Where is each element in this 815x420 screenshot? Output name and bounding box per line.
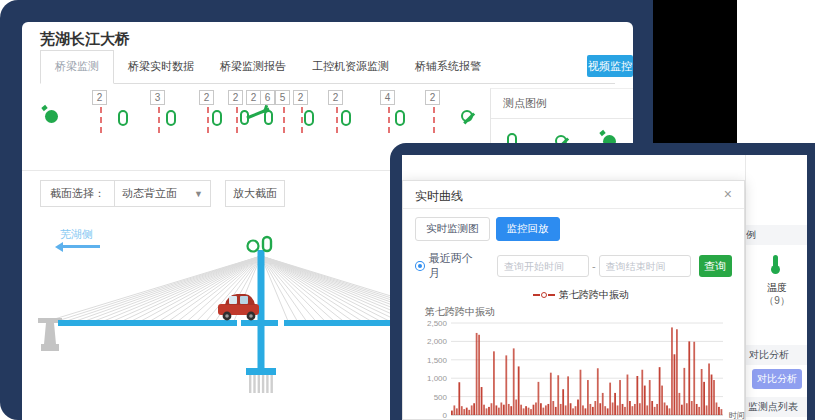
sensor-dash [236,107,238,133]
chart-title: 第七跨跨中振动 [425,305,732,319]
section-select-value: 动态背立面 [122,186,177,201]
chevron-down-icon: ▼ [194,189,203,199]
compare-section-header: 对比分析 [746,345,807,365]
modal-body: 实时监测图监控回放 最近两个月 - 查询 [403,209,744,420]
query-controls: 最近两个月 - 查询 [415,251,732,281]
sensor-dash [388,107,390,133]
tab-1[interactable]: 桥梁实时数据 [128,51,194,83]
tab-4[interactable]: 桥辅系统报警 [415,51,481,83]
modal-header: 实时曲线 × [403,181,744,209]
clock-icon[interactable] [45,110,58,123]
sensor-badge: 4 [380,90,395,105]
tab-3[interactable]: 工控机资源监测 [312,51,389,83]
tab-2[interactable]: 桥梁监测报告 [220,51,286,83]
vibration-chart: 05001,0001,5002,0002,5002018-09-30 16:01… [417,319,751,420]
compare-analysis-button[interactable]: 对比分析 [752,369,802,389]
section-select-row: 截面选择： 动态背立面 ▼ 放大截面 [40,180,285,207]
link-icon[interactable] [212,110,222,126]
radio-last-two-months[interactable]: 最近两个月 [415,251,483,281]
legend-label: 第七跨跨中振动 [559,288,629,302]
compare-header-label: 对比分析 [749,349,789,360]
sensor-badge: 5 [275,90,290,105]
point-list-label: 监测点列表 [748,401,798,412]
tab-0[interactable]: 桥梁监测 [40,50,114,84]
sensor-dash [433,107,435,133]
sensor-badge: 2 [425,90,440,105]
sensor-dash [158,107,160,133]
video-monitor-button[interactable]: 视频监控 [587,55,633,77]
chart-legend[interactable]: 第七跨跨中振动 [533,288,732,302]
sensor-dash [100,107,102,133]
section-select-label: 截面选择： [41,186,114,201]
query-button[interactable]: 查询 [699,255,732,277]
link-icon[interactable] [395,110,405,126]
modal-tab-bar: 实时监测图监控回放 [415,217,732,241]
sensor-dash [283,107,285,133]
point-list-header: 监测点列表 [746,397,807,417]
svg-text:1,000: 1,000 [427,374,448,383]
svg-text:1,500: 1,500 [427,356,448,365]
svg-text:时间: 时间 [729,411,745,420]
sensor-badge: 2 [246,90,261,105]
start-time-input[interactable] [497,255,589,277]
white-region [737,0,815,143]
sensor-dash [301,107,303,133]
svg-text:500: 500 [434,393,448,402]
link-icon[interactable] [118,110,128,126]
close-icon[interactable]: × [724,181,732,208]
black-region [653,0,737,143]
legend-marker [548,294,555,296]
modal-tab-1[interactable]: 监控回放 [496,217,560,241]
sensor-badge: 2 [293,90,308,105]
realtime-curve-modal: 实时曲线 × 实时监测图监控回放 最近两个月 - 查询 [402,180,745,420]
svg-text:0: 0 [443,411,448,420]
temperature-label: 温度 [746,281,807,295]
modal-tab-0[interactable]: 实时监测图 [415,217,490,241]
sensor-badge: 2 [228,90,243,105]
tab-bar: 桥梁监测桥梁实时数据桥梁监测报告工控机资源监测桥辅系统报警 [40,54,615,84]
svg-text:2,000: 2,000 [427,337,448,346]
front-window: 测点图例 温度 （9） 对比分析 对比分析 监测点列表 实时曲线 × [402,155,807,420]
section-select-group: 截面选择： 动态背立面 ▼ [40,180,211,207]
screenshot-canvas: 芜湖长江大桥 桥梁监测桥梁实时数据桥梁监测报告工控机资源监测桥辅系统报警 视频监… [0,0,815,420]
sensor-badge: 2 [328,90,343,105]
date-range-separator: - [592,260,596,272]
svg-text:2,500: 2,500 [427,319,448,328]
legend-panel-title: 测点图例 [491,89,633,119]
panel-legend-title: 测点图例 [746,229,756,240]
front-window-frame: 测点图例 温度 （9） 对比分析 对比分析 监测点列表 实时曲线 × [390,143,815,420]
modal-title: 实时曲线 [415,189,463,203]
temperature-count: （9） [746,294,807,308]
sensor-badge: 2 [199,90,214,105]
zoom-section-button[interactable]: 放大截面 [225,180,285,207]
radio-label: 最近两个月 [429,251,483,281]
end-time-input[interactable] [599,255,691,277]
thermometer-icon [773,255,778,268]
legend-marker [533,294,540,296]
radio-icon [415,261,425,271]
sensor-badge: 2 [92,90,107,105]
link-icon[interactable] [341,110,351,126]
ban-icon[interactable] [461,110,473,122]
sensor-dash [207,107,209,133]
link-icon[interactable] [166,110,176,126]
joint-icon[interactable] [240,108,276,126]
panel-legend-header: 测点图例 [746,225,807,245]
sensor-badge: 6 [260,90,275,105]
sensor-badge: 3 [150,90,165,105]
right-panel: 测点图例 温度 （9） 对比分析 对比分析 监测点列表 [745,155,807,420]
page-title: 芜湖长江大桥 [40,30,130,49]
section-select-dropdown[interactable]: 动态背立面 ▼ [114,180,210,207]
legend-circle-icon [541,292,547,298]
link-icon[interactable] [304,110,314,126]
sensor-dash [336,107,338,133]
